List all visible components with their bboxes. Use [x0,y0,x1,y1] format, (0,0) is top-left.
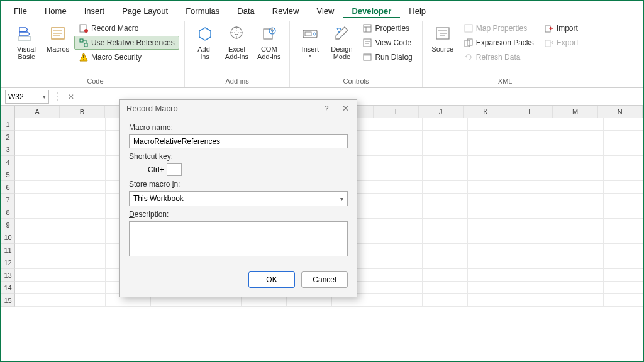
cell[interactable] [468,294,513,307]
cell[interactable] [377,294,423,307]
cancel-formula-button[interactable]: ✕ [65,91,77,102]
row-header[interactable]: 10 [1,231,15,244]
cell[interactable] [468,256,513,269]
cell[interactable] [513,269,558,282]
column-header[interactable]: K [464,106,508,118]
cell[interactable] [558,168,604,181]
cell[interactable] [60,131,106,143]
cell[interactable] [513,131,558,143]
cell[interactable] [468,206,513,219]
view-code-button[interactable]: View Code [358,36,416,50]
cell[interactable] [377,244,423,256]
cell[interactable] [513,294,558,307]
run-dialog-button[interactable]: Run Dialog [358,50,416,64]
column-header[interactable]: M [553,106,597,118]
cell[interactable] [15,269,60,282]
cell[interactable] [15,206,60,219]
row-header[interactable]: 9 [1,219,15,231]
cell[interactable] [604,256,643,269]
cell[interactable] [513,282,558,294]
column-header[interactable]: N [598,106,643,118]
cell[interactable] [558,156,604,168]
column-header[interactable]: L [508,106,553,118]
cell[interactable] [468,131,513,143]
cell[interactable] [15,131,60,143]
design-mode-button[interactable]: Design Mode [326,21,357,63]
cell[interactable] [513,118,558,131]
cell[interactable] [558,118,604,131]
cell[interactable] [15,181,60,194]
cell[interactable] [513,231,558,244]
cell[interactable] [604,282,643,294]
row-header[interactable]: 15 [1,294,15,307]
cell[interactable] [468,219,513,231]
row-header[interactable]: 1 [1,118,15,131]
cell[interactable] [423,194,468,206]
row-header[interactable]: 3 [1,143,15,156]
cell[interactable] [513,244,558,256]
menu-developer[interactable]: Developer [343,4,400,18]
select-all-corner[interactable] [1,106,15,118]
close-button[interactable]: ✕ [340,104,350,113]
cell[interactable] [60,156,106,168]
insert-button[interactable]: Insert ▾ [295,21,325,61]
menu-help[interactable]: Help [400,4,435,18]
store-macro-select[interactable]: This Workbook ▾ [129,191,348,206]
import-button[interactable]: Import [540,21,583,35]
cell[interactable] [604,206,643,219]
row-header[interactable]: 5 [1,168,15,181]
cell[interactable] [423,256,468,269]
cell[interactable] [423,219,468,231]
cell[interactable] [423,206,468,219]
cell[interactable] [377,118,423,131]
cell[interactable] [15,194,60,206]
cell[interactable] [60,256,106,269]
properties-button[interactable]: Properties [358,21,416,35]
addins-button[interactable]: Add- ins [190,21,220,63]
cell[interactable] [60,244,106,256]
cell[interactable] [468,118,513,131]
cell[interactable] [423,131,468,143]
row-header[interactable]: 7 [1,194,15,206]
cell[interactable] [468,244,513,256]
cell[interactable] [604,156,643,168]
cell[interactable] [558,131,604,143]
cell[interactable] [377,219,423,231]
cell[interactable] [377,282,423,294]
column-header[interactable]: I [374,106,418,118]
cell[interactable] [558,219,604,231]
menu-file[interactable]: File [5,4,36,18]
cell[interactable] [377,143,423,156]
cell[interactable] [60,231,106,244]
cell[interactable] [558,294,604,307]
cell[interactable] [558,206,604,219]
cell[interactable] [15,294,60,307]
cell[interactable] [15,156,60,168]
cell[interactable] [377,194,423,206]
cell[interactable] [377,256,423,269]
cell[interactable] [513,156,558,168]
cell[interactable] [377,131,423,143]
com-addins-button[interactable]: COM Add-ins [253,21,284,63]
excel-addins-button[interactable]: Excel Add-ins [221,21,252,63]
menu-data[interactable]: Data [228,4,263,18]
cell[interactable] [423,244,468,256]
visual-basic-button[interactable]: Visual Basic [11,21,42,63]
cell[interactable] [513,194,558,206]
cell[interactable] [15,282,60,294]
cell[interactable] [423,156,468,168]
cell[interactable] [377,206,423,219]
cell[interactable] [604,194,643,206]
cell[interactable] [60,269,106,282]
cell[interactable] [377,156,423,168]
row-header[interactable]: 4 [1,156,15,168]
cell[interactable] [604,118,643,131]
column-header[interactable]: B [60,106,104,118]
cell[interactable] [604,219,643,231]
cell[interactable] [558,231,604,244]
source-button[interactable]: Source [428,21,458,55]
cell[interactable] [377,168,423,181]
row-header[interactable]: 12 [1,256,15,269]
cell[interactable] [423,231,468,244]
ok-button[interactable]: OK [248,272,295,288]
